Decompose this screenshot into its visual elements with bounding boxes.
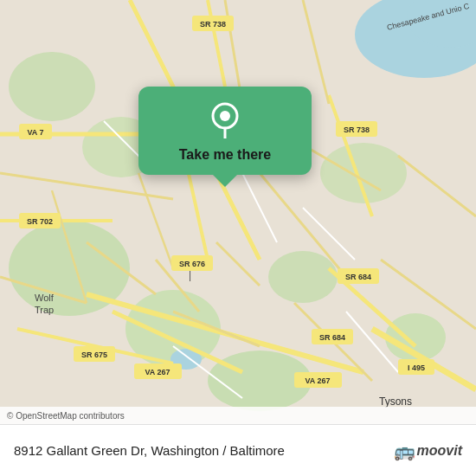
svg-text:VA 7: VA 7: [27, 128, 43, 137]
svg-text:I 495: I 495: [408, 363, 425, 372]
copyright-bar: © OpenStreetMap contributors: [0, 407, 476, 424]
svg-text:|: |: [189, 269, 191, 281]
svg-point-7: [9, 52, 95, 121]
svg-text:SR 738: SR 738: [200, 20, 226, 29]
svg-text:SR 702: SR 702: [27, 217, 53, 226]
map-container: SR 738 SR 676 VA 7 SR 702 SR 738 SR 684 …: [0, 0, 476, 424]
svg-text:Wolf: Wolf: [35, 293, 55, 303]
copyright-text: © OpenStreetMap contributors: [7, 411, 125, 421]
svg-text:SR 676: SR 676: [179, 260, 205, 268]
address-text: 8912 Gallant Green Dr, Washington / Balt…: [14, 443, 394, 458]
svg-point-4: [268, 251, 338, 303]
svg-text:SR 738: SR 738: [344, 125, 370, 134]
moovit-logo: 🚌 moovit: [394, 441, 462, 461]
svg-text:VA 267: VA 267: [145, 368, 170, 376]
moovit-text: moovit: [417, 443, 462, 459]
svg-text:SR 684: SR 684: [345, 273, 371, 281]
moovit-bus-icon: 🚌: [394, 441, 415, 461]
bottom-bar: 8912 Gallant Green Dr, Washington / Balt…: [0, 424, 476, 476]
take-me-there-popup[interactable]: Take me there: [138, 87, 312, 175]
svg-point-74: [220, 111, 230, 121]
location-pin-icon: [206, 100, 244, 138]
svg-text:SR 684: SR 684: [319, 333, 345, 342]
svg-text:Tysons: Tysons: [379, 396, 412, 408]
svg-text:VA 267: VA 267: [305, 376, 330, 385]
svg-text:SR 675: SR 675: [81, 351, 107, 359]
popup-label: Take me there: [179, 147, 271, 163]
svg-text:Trap: Trap: [35, 305, 54, 315]
map-svg: SR 738 SR 676 VA 7 SR 702 SR 738 SR 684 …: [0, 0, 476, 424]
